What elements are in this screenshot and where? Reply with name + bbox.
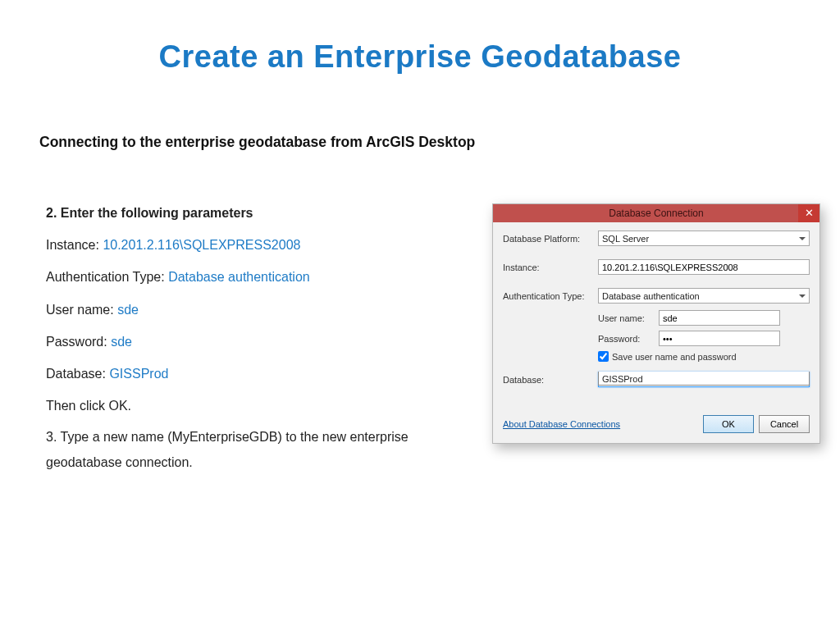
value-instance: 10.201.2.116\SQLEXPRESS2008	[103, 238, 300, 252]
cancel-button[interactable]: Cancel	[759, 415, 810, 433]
slide-subtitle: Connecting to the enterprise geodatabase…	[39, 134, 840, 151]
database-connection-dialog: Database Connection ✕ Database Platform:…	[492, 203, 820, 444]
label-platform: Database Platform:	[503, 234, 598, 244]
value-auth: Database authentication	[168, 270, 310, 284]
save-credentials-label: Save user name and password	[612, 352, 737, 362]
username-input[interactable]	[659, 310, 780, 326]
value-pass: sde	[111, 335, 132, 349]
label-db: Database:	[46, 367, 109, 381]
then-click-ok: Then click OK.	[46, 390, 456, 422]
label-database-dlg: Database:	[503, 375, 598, 385]
label-auth-dlg: Authentication Type:	[503, 291, 598, 301]
close-button[interactable]: ✕	[798, 204, 819, 222]
value-db: GISSProd	[109, 367, 168, 381]
dialog-title: Database Connection	[609, 208, 703, 219]
slide-title: Create an Enterprise Geodatabase	[0, 0, 840, 75]
value-user: sde	[117, 303, 139, 317]
auth-select[interactable]: Database authentication	[598, 288, 810, 304]
label-user: User name:	[46, 303, 117, 317]
instance-input[interactable]	[598, 259, 810, 275]
auth-value: Database authentication	[602, 291, 700, 301]
close-icon: ✕	[805, 207, 814, 219]
label-auth: Authentication Type:	[46, 270, 168, 284]
about-link[interactable]: About Database Connections	[503, 419, 620, 429]
label-pass-dlg: Password:	[598, 334, 659, 344]
save-credentials-checkbox[interactable]	[598, 351, 609, 362]
label-user-dlg: User name:	[598, 313, 659, 323]
label-instance: Instance:	[46, 238, 103, 252]
label-pass: Password:	[46, 335, 111, 349]
label-instance-dlg: Instance:	[503, 262, 598, 272]
password-input[interactable]	[659, 331, 780, 346]
instruction-text: 2. Enter the following parameters Instan…	[46, 197, 456, 475]
ok-button[interactable]: OK	[703, 415, 754, 433]
step-3-text: 3. Type a new name (MyEnterpriseGDB) to …	[46, 425, 456, 475]
platform-select[interactable]: SQL Server	[598, 231, 810, 246]
database-dropdown-option[interactable]: GISSProd	[598, 372, 810, 386]
step-2-header: 2. Enter the following parameters	[46, 197, 456, 229]
dialog-titlebar: Database Connection ✕	[493, 204, 819, 222]
platform-value: SQL Server	[602, 234, 649, 244]
